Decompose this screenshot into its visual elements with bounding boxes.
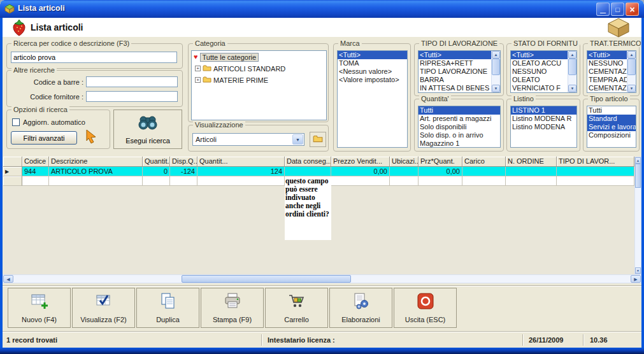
scrollbar-thumb[interactable] [627, 59, 636, 75]
esegui-ricerca-button[interactable]: Esegui ricerca [113, 110, 182, 149]
visualizza-button[interactable]: Visualizza (F2) [72, 288, 135, 328]
grid-cell[interactable] [331, 176, 390, 186]
tree-item-articoli-standard[interactable]: ARTICOLI STANDARD [213, 65, 285, 73]
grid-cell[interactable] [506, 167, 557, 176]
scroll-up-icon[interactable]: ▲ [568, 51, 576, 59]
row-selector-cell[interactable] [3, 176, 22, 186]
elaborazioni-button[interactable]: Elaborazioni [329, 288, 392, 328]
list-item[interactable]: <Nessun valore> [338, 67, 407, 76]
grid-column-header[interactable]: Quantit... [143, 157, 170, 167]
tipo-lavorazione-listbox[interactable]: <Tutti> RIPRESA+RETT TIPO LAVORAZIONE BA… [418, 50, 501, 93]
grid-cell[interactable] [506, 176, 557, 186]
auto-update-checkbox[interactable] [12, 118, 20, 126]
grid-cell[interactable] [22, 176, 49, 186]
list-item[interactable]: <Tutti> [419, 51, 500, 59]
scroll-up-icon[interactable]: ▲ [492, 51, 500, 59]
scroll-down-icon[interactable]: ▼ [627, 85, 636, 92]
search-input[interactable] [11, 52, 177, 63]
barcode-input[interactable] [86, 76, 178, 87]
list-item[interactable]: TOMA [338, 59, 407, 67]
scrollbar-vertical[interactable]: ▲ ▼ [568, 51, 576, 92]
tree-item-all-categories[interactable]: Tutte le categorie [200, 53, 259, 62]
list-item[interactable]: Solo disp. o in arrivo [419, 131, 500, 139]
grid-cell[interactable] [170, 176, 197, 186]
list-item[interactable]: NESSUNO [511, 67, 576, 76]
grid-cell[interactable]: -124 [170, 167, 197, 176]
grid-cell[interactable] [49, 176, 143, 186]
scrollbar-thumb[interactable] [182, 275, 351, 283]
scrollbar-vertical[interactable]: ▲ ▼ [491, 51, 500, 92]
grid-cell[interactable] [285, 167, 331, 176]
maximize-button[interactable]: □ [611, 3, 624, 16]
list-item[interactable]: OLEATO [511, 76, 576, 84]
grid-cell[interactable] [462, 176, 506, 186]
list-item[interactable]: Listino MODENA [511, 123, 576, 131]
row-selector-cell[interactable]: ▶ [3, 167, 22, 176]
grid-cell[interactable]: 0,00 [331, 167, 390, 176]
grid-cell[interactable]: ARTICOLO PROVA [49, 167, 143, 176]
dropdown-arrow-icon[interactable]: ▼ [292, 134, 303, 145]
grid-cell[interactable] [462, 167, 506, 176]
scrollbar-thumb[interactable] [635, 164, 641, 188]
grid-vertical-scrollbar[interactable]: ▲ ▼ [634, 157, 641, 274]
grid-cell[interactable] [557, 167, 634, 176]
marca-listbox[interactable]: <Tutti> TOMA <Nessun valore> <Valore imp… [337, 50, 408, 148]
list-item[interactable]: Tutti [587, 106, 636, 115]
grid-cell[interactable] [390, 176, 419, 186]
visualizzazione-combobox[interactable]: Articoli ▼ [192, 133, 304, 146]
grid-column-header[interactable]: Prezzo Vendit... [331, 157, 390, 167]
scrollbar-thumb[interactable] [568, 59, 576, 75]
list-item[interactable]: RIPRESA+RETT [419, 59, 500, 67]
scroll-down-icon[interactable]: ▼ [492, 85, 500, 92]
expand-icon[interactable]: + [195, 66, 201, 71]
list-item[interactable]: OLEATO ACCU [511, 59, 576, 67]
list-item[interactable]: Standard [587, 115, 636, 123]
list-item[interactable]: Art. presenti a magazzi [419, 115, 500, 123]
nuovo-button[interactable]: Nuovo (F4) [8, 288, 71, 328]
list-item[interactable]: <Tutti> [338, 51, 407, 59]
list-item[interactable]: Magazzino 1 [419, 139, 500, 148]
list-item[interactable]: TIPO LAVORAZIONE [419, 67, 500, 76]
stato-fornitura-listbox[interactable]: <Tutti> OLEATO ACCU NESSUNO OLEATO VERNI… [510, 50, 577, 93]
stampa-button[interactable]: Stampa (F9) [201, 288, 264, 328]
quantita-listbox[interactable]: Tutti Art. presenti a magazzi Solo dispo… [418, 106, 501, 148]
scrollbar-thumb[interactable] [492, 59, 500, 75]
list-item[interactable]: <Tutti> [511, 51, 576, 59]
expand-icon[interactable]: + [195, 77, 201, 83]
grid-cell[interactable] [197, 176, 285, 186]
grid-cell[interactable]: 0 [143, 167, 170, 176]
scroll-right-icon[interactable]: ▶ [631, 275, 641, 283]
list-item[interactable]: Listino MODENA R [511, 115, 576, 123]
grid-cell[interactable]: 124 [197, 167, 285, 176]
list-item[interactable]: Tutti [419, 106, 500, 115]
grid-selector-header[interactable] [3, 157, 22, 167]
categoria-tree[interactable]: ♥ Tutte le categorie + ARTICOLI STANDARD… [191, 50, 327, 120]
tree-item-materie-prime[interactable]: MATERIE PRIME [213, 76, 268, 84]
list-item[interactable]: VERNICIATO F [511, 84, 576, 92]
scroll-up-icon[interactable]: ▲ [635, 157, 641, 164]
advanced-filters-button[interactable]: Filtri avanzati [11, 131, 77, 145]
grid-column-header[interactable]: Descrizione [49, 157, 143, 167]
listino-listbox[interactable]: LISTINO 1 Listino MODENA R Listino MODEN… [510, 106, 577, 148]
list-item[interactable]: LISTINO 1 [511, 106, 576, 115]
uscita-button[interactable]: Uscita (ESC) [394, 288, 457, 328]
minimize-button[interactable]: — [596, 3, 610, 16]
close-button[interactable]: × [626, 3, 639, 16]
grid-row[interactable]: ▶944ARTICOLO PROVA0-1241240,000,00 [3, 167, 634, 176]
grid-horizontal-scrollbar[interactable]: ◀ ▶ [3, 274, 641, 283]
list-item[interactable]: Composizioni [587, 131, 636, 139]
scrollbar-vertical[interactable]: ▲ ▼ [627, 51, 636, 92]
list-item[interactable]: BARRA [419, 76, 500, 84]
grid-column-header[interactable]: Codice [22, 157, 49, 167]
grid-cell[interactable] [390, 167, 419, 176]
scroll-down-icon[interactable]: ▼ [635, 267, 641, 274]
scroll-down-icon[interactable]: ▼ [568, 85, 576, 92]
titlebar[interactable]: Lista articoli — □ × [0, 0, 644, 18]
tipo-articolo-listbox[interactable]: Tutti Standard Servizi e lavorazion Comp… [587, 106, 636, 148]
list-item[interactable]: IN ATTESA DI BENES [419, 84, 500, 92]
grid-cell[interactable]: 0,00 [419, 167, 462, 176]
open-folder-button[interactable] [310, 132, 326, 147]
grid-column-header[interactable]: Quantit... [197, 157, 285, 167]
grid-column-header[interactable]: Carico [462, 157, 506, 167]
grid-cell[interactable] [557, 176, 634, 186]
